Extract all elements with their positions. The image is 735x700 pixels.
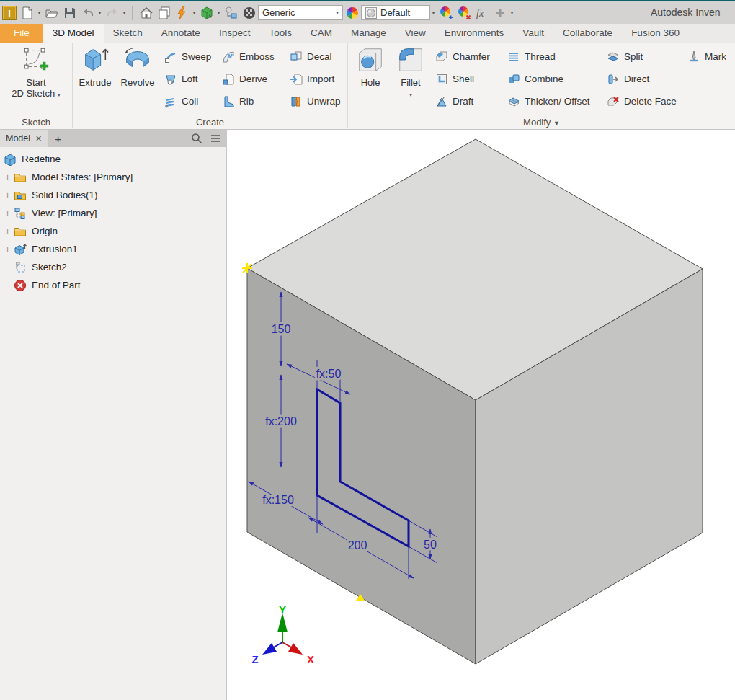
mark-button[interactable]: Mark xyxy=(685,45,730,68)
close-icon[interactable]: ✕ xyxy=(35,134,42,143)
home-button[interactable] xyxy=(137,4,155,22)
tab-vault[interactable]: Vault xyxy=(513,24,553,43)
redo-button[interactable] xyxy=(103,4,121,22)
open-button[interactable] xyxy=(43,4,61,22)
add-quick-access-button[interactable] xyxy=(491,4,509,22)
direct-label: Direct xyxy=(624,74,649,84)
new-file-button[interactable] xyxy=(18,4,36,22)
unwrap-button[interactable]: Unwrap xyxy=(288,90,351,112)
draft-button[interactable]: Draft xyxy=(433,90,505,112)
tree-item-view-primary[interactable]: +View: [Primary] xyxy=(0,204,226,222)
axis-triad: Y Z X xyxy=(251,603,314,665)
redo-dropdown[interactable]: ▾ xyxy=(121,9,128,16)
direct-button[interactable]: Direct xyxy=(605,68,685,90)
render-scene-button[interactable] xyxy=(240,4,258,22)
split-button[interactable]: Split xyxy=(605,45,685,68)
toolbar-overflow-chevron[interactable]: ▾ xyxy=(509,9,515,16)
dimension-fx200[interactable]: fx:200 xyxy=(265,415,297,427)
browser-menu-button[interactable] xyxy=(208,130,223,146)
coil-button[interactable]: Coil xyxy=(162,90,220,112)
tree-item-origin[interactable]: +Origin xyxy=(0,222,226,240)
save-button[interactable] xyxy=(61,4,79,22)
add-browser-tab-button[interactable]: + xyxy=(55,133,61,145)
tab-manage[interactable]: Manage xyxy=(342,24,396,43)
expand-plus-icon[interactable]: + xyxy=(3,245,12,254)
viewport-canvas[interactable]: 150 fx:50 fx:200 fx:150 200 50 xyxy=(227,130,735,700)
adjust-appearance-add-button[interactable] xyxy=(437,4,455,22)
thread-button[interactable]: Thread xyxy=(505,45,605,68)
new-file-dropdown[interactable]: ▾ xyxy=(36,9,43,16)
browser-header: Model ✕ + xyxy=(0,130,226,147)
end-of-part-icon xyxy=(14,279,27,292)
delete-face-button[interactable]: Delete Face xyxy=(605,90,685,112)
tab-view[interactable]: View xyxy=(396,24,435,43)
appearance-combobox[interactable]: Default xyxy=(361,5,430,20)
sweep-button[interactable]: Sweep xyxy=(162,45,220,68)
browser-tab-model[interactable]: Model ✕ xyxy=(0,130,48,147)
shell-button[interactable]: Shell xyxy=(433,68,505,90)
expand-plus-icon[interactable]: + xyxy=(3,173,12,182)
dimension-fx50[interactable]: fx:50 xyxy=(316,368,342,380)
revolve-button[interactable]: Revolve xyxy=(117,45,159,88)
loft-button[interactable]: Loft xyxy=(162,68,220,90)
combine-button[interactable]: Combine xyxy=(505,68,605,90)
dimension-50[interactable]: 50 xyxy=(424,539,437,551)
undo-dropdown[interactable]: ▾ xyxy=(97,9,103,16)
tree-item-end-of-part[interactable]: End of Part xyxy=(0,276,226,294)
derive-label: Derive xyxy=(239,74,267,84)
tab-sketch[interactable]: Sketch xyxy=(104,24,152,43)
modify-panel-expander[interactable]: ▼ xyxy=(553,120,560,127)
dimension-200[interactable]: 200 xyxy=(348,539,368,551)
browser-tab-label: Model xyxy=(6,133,30,143)
expand-plus-icon[interactable]: + xyxy=(3,209,12,218)
decal-button[interactable]: Decal xyxy=(288,45,351,68)
dimension-150[interactable]: 150 xyxy=(272,323,291,335)
tab-inspect[interactable]: Inspect xyxy=(210,24,260,43)
tab-file[interactable]: File xyxy=(0,24,43,43)
emboss-button[interactable]: Emboss xyxy=(220,45,288,68)
material-combobox[interactable]: Generic ▾ xyxy=(258,5,343,20)
derive-button[interactable]: Derive xyxy=(220,68,288,90)
tree-item-redefine[interactable]: Redefine xyxy=(0,150,226,168)
parameters-fx-button[interactable]: fx xyxy=(473,4,491,22)
material-dropdown[interactable]: ▾ xyxy=(215,9,222,16)
tab-annotate[interactable]: Annotate xyxy=(152,24,210,43)
material-cube-button[interactable] xyxy=(197,4,215,22)
dimension-fx150[interactable]: fx:150 xyxy=(262,494,294,506)
appearance-dropdown[interactable]: ▾ xyxy=(430,9,437,16)
tree-item-solid-bodies-1[interactable]: +Solid Bodies(1) xyxy=(0,186,226,204)
inventor-logo[interactable]: I xyxy=(0,4,18,22)
extrude-button[interactable]: Extrude xyxy=(75,45,115,88)
tab-fusion-360[interactable]: Fusion 360 xyxy=(622,24,689,43)
tree-item-extrusion1[interactable]: +Extrusion1 xyxy=(0,240,226,258)
expand-plus-icon[interactable]: + xyxy=(3,227,12,236)
fillet-dropdown[interactable]: ▾ xyxy=(409,92,412,98)
import-button[interactable]: Import xyxy=(288,68,351,90)
tab-environments[interactable]: Environments xyxy=(435,24,514,43)
tab-3d-model[interactable]: 3D Model xyxy=(43,24,104,43)
undo-button[interactable] xyxy=(79,4,97,22)
hole-button[interactable]: Hole xyxy=(352,45,389,88)
start-2d-sketch-button[interactable]: Start 2D Sketch ▾ xyxy=(4,45,68,100)
tab-cam[interactable]: CAM xyxy=(301,24,342,43)
tree-item-sketch2[interactable]: Sketch2 xyxy=(0,258,226,276)
adjust-appearance-clear-button[interactable] xyxy=(455,4,473,22)
tab-collaborate[interactable]: Collaborate xyxy=(553,24,622,43)
browser-search-button[interactable] xyxy=(189,130,205,146)
fillet-button[interactable]: Fillet ▾ xyxy=(391,45,431,100)
chamfer-icon xyxy=(435,50,448,63)
tree-item-model-states-primary[interactable]: +Model States: [Primary] xyxy=(0,168,226,186)
quick-command-dropdown[interactable]: ▾ xyxy=(191,9,197,16)
start-2d-sketch-dropdown[interactable]: ▾ xyxy=(58,92,61,98)
color-wheel-button[interactable] xyxy=(343,4,361,22)
quick-command-button[interactable] xyxy=(173,4,191,22)
copy-pages-button[interactable] xyxy=(155,4,173,22)
thicken-offset-button[interactable]: Thicken/ Offset xyxy=(505,90,605,112)
expand-plus-icon[interactable]: + xyxy=(3,191,12,200)
mark-label: Mark xyxy=(705,51,726,62)
graphics-viewport[interactable]: 150 fx:50 fx:200 fx:150 200 50 xyxy=(227,130,735,700)
swap-material-button[interactable] xyxy=(222,4,240,22)
rib-button[interactable]: Rib xyxy=(220,90,288,112)
chamfer-button[interactable]: Chamfer xyxy=(433,45,505,68)
tab-tools[interactable]: Tools xyxy=(259,24,301,43)
